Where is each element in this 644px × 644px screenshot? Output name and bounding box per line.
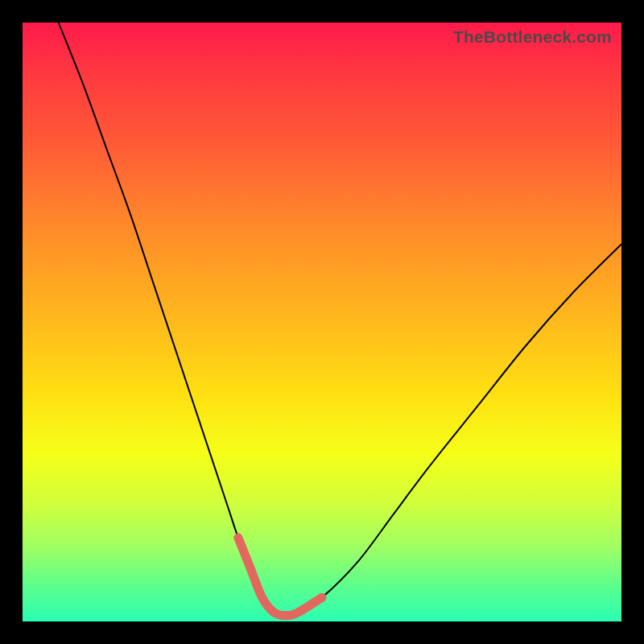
bottleneck-curve xyxy=(59,23,621,616)
chart-frame: TheBottleneck.com xyxy=(23,23,621,621)
watermark-text: TheBottleneck.com xyxy=(453,27,612,47)
bottleneck-plot xyxy=(23,23,621,621)
bottleneck-highlight xyxy=(238,538,322,616)
